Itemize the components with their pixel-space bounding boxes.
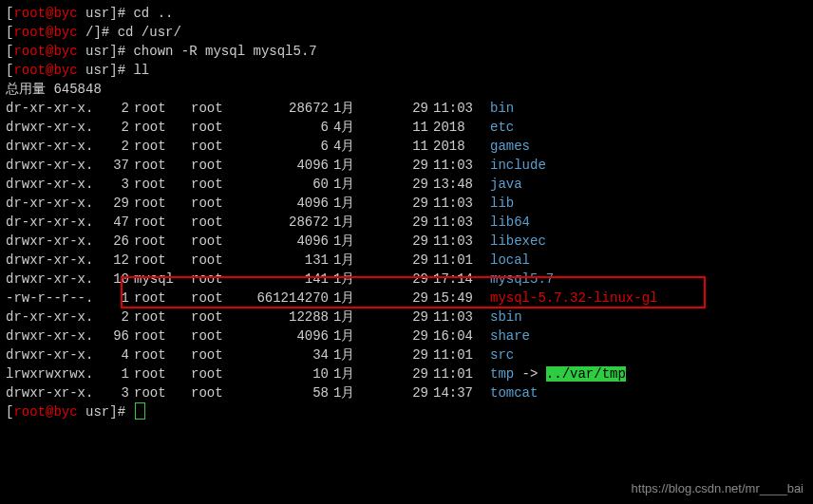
watermark: https://blog.csdn.net/mr____bai bbox=[632, 479, 804, 498]
listing-row: lrwxrwxrwx.1rootroot101月2911:01tmp -> ..… bbox=[6, 364, 807, 383]
listing-row: dr-xr-xr-x.2rootroot122881月2911:03sbin bbox=[6, 308, 807, 327]
dir-name: mysql5.7 bbox=[490, 271, 554, 287]
dir-name: src bbox=[490, 347, 514, 363]
dir-name: include bbox=[490, 158, 546, 173]
final-prompt[interactable]: [root@byc usr]# bbox=[6, 402, 807, 421]
dir-name: etc bbox=[490, 120, 514, 135]
link-target: ../var/tmp bbox=[546, 366, 626, 382]
listing-row: drwxr-xr-x.96rootroot40961月2916:04share bbox=[6, 327, 807, 345]
command-line: [root@byc usr]# ll bbox=[6, 61, 807, 80]
listing-row: drwxr-xr-x.4rootroot341月2911:01src bbox=[6, 345, 807, 364]
listing-row: -rw-r--r--.1rootroot6612142701月2915:49my… bbox=[6, 289, 807, 308]
dir-name: local bbox=[490, 252, 530, 268]
dir-name: lib64 bbox=[490, 215, 530, 230]
dir-name: tomcat bbox=[490, 385, 538, 401]
dir-name: games bbox=[490, 139, 530, 154]
link-name: tmp bbox=[490, 366, 514, 382]
dir-name: bin bbox=[490, 101, 514, 116]
dir-name: lib bbox=[490, 196, 514, 211]
listing-row: drwxr-xr-x.12rootroot1311月2911:01local bbox=[6, 251, 807, 270]
listing-row: drwxr-xr-x.10mysqlroot1411月2917:14mysql5… bbox=[6, 270, 807, 289]
command-line: [root@byc usr]# cd .. bbox=[6, 4, 807, 23]
listing-row: dr-xr-xr-x.2rootroot286721月2911:03bin bbox=[6, 99, 807, 118]
listing-row: drwxr-xr-x.2rootroot64月112018games bbox=[6, 137, 807, 156]
total-line: 总用量 645848 bbox=[6, 80, 807, 99]
command-line: [root@byc /]# cd /usr/ bbox=[6, 23, 807, 42]
dir-name: sbin bbox=[490, 309, 522, 325]
dir-name: java bbox=[490, 177, 522, 192]
command-line: [root@byc usr]# chown -R mysql mysql5.7 bbox=[6, 42, 807, 61]
listing-row: drwxr-xr-x.2rootroot64月112018etc bbox=[6, 118, 807, 137]
file-name: mysql-5.7.32-linux-gl bbox=[490, 290, 657, 306]
listing-row: dr-xr-xr-x.47rootroot286721月2911:03lib64 bbox=[6, 213, 807, 232]
listing-row: drwxr-xr-x.3rootroot581月2914:37tomcat bbox=[6, 383, 807, 402]
listing-row: drwxr-xr-x.26rootroot40961月2911:03libexe… bbox=[6, 232, 807, 251]
listing-row: drwxr-xr-x.37rootroot40961月2911:03includ… bbox=[6, 156, 807, 175]
terminal[interactable]: [root@byc usr]# cd ..[root@byc /]# cd /u… bbox=[0, 0, 813, 425]
dir-name: libexec bbox=[490, 233, 546, 249]
listing-row: drwxr-xr-x.3rootroot601月2913:48java bbox=[6, 175, 807, 194]
dir-name: share bbox=[490, 328, 530, 344]
cursor bbox=[135, 402, 145, 420]
listing-row: dr-xr-xr-x.29rootroot40961月2911:03lib bbox=[6, 194, 807, 213]
